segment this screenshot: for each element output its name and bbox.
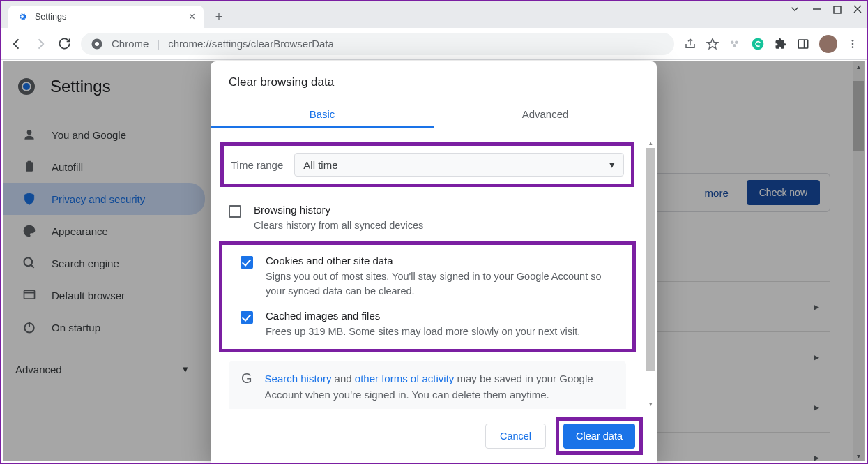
minimize-icon[interactable] [812, 4, 822, 17]
menu-dots-icon[interactable] [847, 38, 858, 50]
option-desc: Signs you out of most sites. You'll stay… [266, 269, 614, 299]
browser-titlebar: Settings × + [1, 1, 867, 28]
checkbox-cookies[interactable] [241, 256, 253, 269]
svg-marker-6 [708, 38, 718, 48]
search-history-link[interactable]: Search history [265, 373, 332, 384]
share-icon[interactable] [684, 38, 696, 50]
browser-tab[interactable]: Settings × [8, 6, 204, 28]
checkbox-cache[interactable] [241, 311, 253, 324]
dialog-actions: Cancel Clear data [211, 409, 657, 463]
clear-data-button[interactable]: Clear data [563, 424, 635, 449]
profile-avatar[interactable] [819, 35, 837, 53]
tab-close-icon[interactable]: × [189, 11, 195, 22]
omnibox-origin: Chrome [112, 38, 149, 50]
google-g-icon: G [241, 371, 252, 403]
option-title: Cached images and files [266, 310, 580, 322]
chevron-down-icon[interactable] [789, 3, 801, 18]
time-range-select[interactable]: All time ▾ [294, 153, 624, 177]
svg-point-14 [852, 43, 854, 45]
option-cookies[interactable]: Cookies and other site data Signs you ou… [222, 249, 632, 304]
other-activity-link[interactable]: other forms of activity [355, 373, 455, 384]
new-tab-button[interactable]: + [209, 7, 229, 27]
browser-toolbar: Chrome | chrome://settings/clearBrowserD… [1, 28, 867, 60]
option-title: Cookies and other site data [266, 255, 614, 267]
reload-button[interactable] [57, 37, 71, 51]
tab-advanced[interactable]: Advanced [434, 100, 657, 128]
svg-point-7 [731, 40, 734, 44]
time-range-highlight: Time range All time ▾ [220, 142, 634, 187]
option-desc: Clears history from all synced devices [254, 218, 423, 233]
clear-browsing-data-dialog: Clear browsing data Basic Advanced Time … [211, 61, 657, 463]
hint-text: Search history and other forms of activi… [265, 371, 614, 403]
svg-point-9 [733, 44, 736, 47]
sidepanel-icon[interactable] [797, 38, 809, 50]
extensions-puzzle-icon[interactable] [775, 38, 787, 50]
chrome-icon [91, 38, 103, 50]
close-window-icon[interactable] [853, 4, 862, 17]
forward-button[interactable] [33, 37, 47, 51]
dialog-tabs: Basic Advanced [211, 100, 657, 128]
option-browsing-history[interactable]: Browsing history Clears history from all… [211, 198, 644, 239]
svg-point-5 [95, 42, 99, 46]
time-range-label: Time range [231, 159, 283, 171]
svg-point-13 [852, 40, 854, 42]
options-highlight: Cookies and other site data Signs you ou… [219, 241, 636, 352]
tab-title: Settings [35, 12, 66, 22]
address-bar[interactable]: Chrome | chrome://settings/clearBrowserD… [81, 33, 674, 55]
option-cache[interactable]: Cached images and files Frees up 319 MB.… [222, 304, 632, 345]
dialog-scrollbar[interactable]: ▴▾ [644, 138, 657, 409]
maximize-icon[interactable] [833, 4, 842, 17]
svg-point-15 [852, 46, 854, 48]
omnibox-path: chrome://settings/clearBrowserData [168, 38, 334, 50]
dialog-title: Clear browsing data [211, 61, 657, 100]
tab-basic[interactable]: Basic [211, 100, 434, 128]
svg-point-10 [752, 38, 764, 50]
dropdown-arrow-icon: ▾ [609, 158, 615, 171]
cancel-button[interactable]: Cancel [485, 424, 546, 449]
extension-icon-1[interactable] [729, 38, 741, 50]
gear-icon [17, 11, 28, 22]
google-account-hint: G Search history and other forms of acti… [229, 361, 626, 413]
svg-rect-11 [798, 40, 808, 48]
option-desc: Frees up 319 MB. Some sites may load mor… [266, 324, 580, 339]
back-button[interactable] [10, 37, 24, 51]
svg-rect-1 [834, 6, 841, 13]
time-range-value: All time [303, 159, 337, 171]
option-title: Browsing history [254, 204, 423, 216]
grammarly-icon[interactable] [751, 37, 765, 51]
bookmark-star-icon[interactable] [706, 38, 719, 50]
window-controls [789, 3, 862, 18]
clear-data-highlight: Clear data [556, 417, 643, 455]
checkbox-browsing-history[interactable] [229, 205, 241, 218]
svg-point-8 [735, 40, 738, 44]
